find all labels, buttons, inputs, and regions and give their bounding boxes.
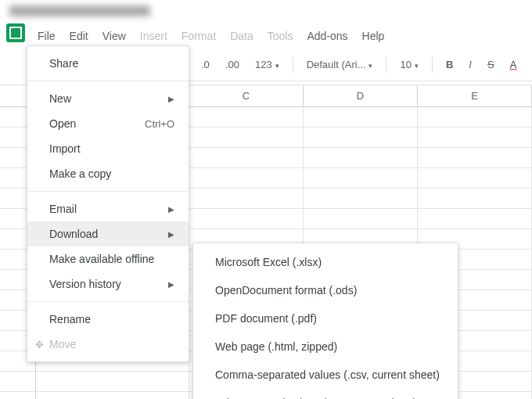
increase-decimal-button[interactable]: .00 (223, 57, 242, 72)
file-menu-version-history[interactable]: Version history ▶ (27, 271, 189, 297)
download-tsv[interactable]: Tab-separated values (.tsv, current shee… (193, 389, 458, 399)
menu-item-label: Share (49, 57, 78, 70)
download-submenu: Microsoft Excel (.xlsx) OpenDocument for… (192, 243, 458, 399)
sheets-logo-icon (6, 23, 25, 42)
download-xlsx[interactable]: Microsoft Excel (.xlsx) (193, 248, 458, 276)
file-menu-make-offline[interactable]: Make available offline (27, 246, 189, 271)
submenu-arrow-icon: ▶ (168, 95, 174, 103)
menu-item-label: Email (49, 203, 77, 215)
strikethrough-button[interactable]: S (485, 57, 497, 72)
menu-view[interactable]: View (96, 28, 132, 44)
submenu-arrow-icon: ▶ (168, 230, 174, 239)
submenu-arrow-icon: ▶ (168, 280, 174, 289)
italic-button[interactable]: I (466, 57, 474, 72)
menu-item-label: Microsoft Excel (.xlsx) (215, 256, 322, 268)
menu-item-label: Move (49, 338, 76, 350)
column-header[interactable]: C (189, 85, 304, 106)
menu-format[interactable]: Format (175, 28, 222, 44)
file-menu-rename[interactable]: Rename (27, 307, 189, 332)
download-csv[interactable]: Comma-separated values (.csv, current sh… (193, 361, 458, 389)
menu-item-label: OpenDocument format (.ods) (215, 284, 357, 297)
toolbar-separator (386, 57, 386, 73)
menu-help[interactable]: Help (356, 28, 391, 44)
menu-item-label: Make a copy (49, 167, 111, 180)
file-menu-open[interactable]: Open Ctrl+O (27, 111, 189, 136)
file-menu-email[interactable]: Email ▶ (27, 196, 189, 221)
menu-insert[interactable]: Insert (134, 28, 174, 44)
menu-data[interactable]: Data (224, 28, 260, 44)
menu-item-label: Comma-separated values (.csv, current sh… (215, 368, 440, 381)
toolbar-separator (432, 57, 433, 73)
menu-item-label: Web page (.html, zipped) (215, 340, 337, 353)
bold-button[interactable]: B (444, 57, 455, 72)
file-menu-make-copy[interactable]: Make a copy (27, 161, 189, 186)
folder-move-icon: ✥ (34, 339, 45, 350)
download-html[interactable]: Web page (.html, zipped) (193, 332, 458, 361)
file-menu-new[interactable]: New ▶ (27, 86, 189, 111)
number-format-button[interactable]: 123 (253, 57, 282, 72)
menu-item-label: PDF document (.pdf) (215, 312, 317, 325)
menu-tools[interactable]: Tools (261, 28, 300, 44)
menubar: File Edit View Insert Format Data Tools … (31, 28, 390, 44)
download-pdf[interactable]: PDF document (.pdf) (193, 304, 458, 332)
file-menu-move[interactable]: ✥ Move (27, 332, 189, 357)
file-menu-download[interactable]: Download ▶ (27, 221, 189, 246)
download-ods[interactable]: OpenDocument format (.ods) (193, 276, 458, 304)
toolbar-separator (293, 57, 293, 73)
menu-file[interactable]: File (31, 28, 62, 44)
font-size-select[interactable]: 10 (397, 57, 420, 72)
submenu-arrow-icon: ▶ (168, 205, 174, 214)
file-menu-share[interactable]: Share (27, 51, 189, 76)
font-family-select[interactable]: Default (Ari... (304, 57, 376, 72)
menu-item-shortcut: Ctrl+O (145, 118, 174, 130)
document-title-bar (0, 0, 532, 22)
column-header[interactable]: D (304, 85, 418, 106)
decrease-decimal-button[interactable]: .0 (199, 57, 212, 72)
column-header[interactable]: E (418, 85, 532, 106)
menu-item-label: Rename (49, 313, 91, 325)
menu-addons[interactable]: Add-ons (300, 28, 354, 44)
menu-item-label: Open (49, 117, 76, 130)
file-menu-import[interactable]: Import (27, 136, 189, 161)
menu-edit[interactable]: Edit (63, 28, 95, 44)
menu-item-label: Version history (49, 278, 121, 290)
menu-item-label: New (49, 92, 71, 105)
file-menu-dropdown: Share New ▶ Open Ctrl+O Import Make a co… (27, 45, 189, 362)
menu-item-label: Make available offline (49, 253, 154, 265)
menu-item-label: Download (49, 228, 98, 240)
menu-item-label: Import (49, 142, 81, 155)
text-color-button[interactable]: A (508, 57, 519, 72)
